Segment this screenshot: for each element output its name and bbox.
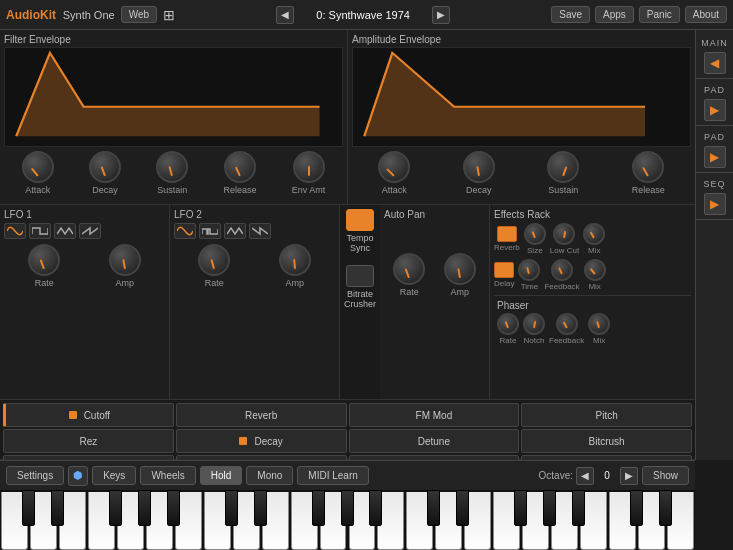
lfo1-square-btn[interactable] [29,223,51,239]
reverb-toggle[interactable] [497,226,517,242]
lfo2-amp-knob[interactable] [279,244,311,276]
lfo1-knobs: Rate Amp [4,244,165,288]
amp-release-knob[interactable] [632,151,664,183]
lfo2-pulse-btn[interactable] [199,223,221,239]
black-key[interactable] [514,490,527,526]
black-key[interactable] [341,490,354,526]
piano-wrapper [0,490,695,550]
reverb-size-knob[interactable] [524,223,546,245]
settings-button[interactable]: Settings [6,466,64,485]
pitch-mod-btn[interactable]: Pitch [521,403,692,427]
next-preset-button[interactable]: ▶ [432,6,450,24]
reverb-mod-btn[interactable]: Reverb [176,403,347,427]
amplitude-envelope-title: Amplitude Envelope [352,34,691,45]
bitcrush-mod-btn[interactable]: Bitcrush [521,429,692,453]
about-button[interactable]: About [685,6,727,23]
black-key[interactable] [572,490,585,526]
hold-button[interactable]: Hold [200,466,243,485]
lfo1-triangle-btn[interactable] [54,223,76,239]
display-icon[interactable]: ⊞ [163,7,175,23]
black-key[interactable] [312,490,325,526]
amp-attack-knob[interactable] [378,151,410,183]
seq-arrow[interactable]: ▶ [704,193,726,215]
octave-next-button[interactable]: ▶ [620,467,638,485]
black-key[interactable] [456,490,469,526]
delay-toggle[interactable] [494,262,514,278]
filter-release-knob[interactable] [224,151,256,183]
prev-preset-button[interactable]: ◀ [276,6,294,24]
lfo1-saw-btn[interactable] [79,223,101,239]
autopan-amp-group: Amp [444,253,476,297]
right-panel: MAIN ◀ PAD ▶ PAD ▶ SEQ ▶ [695,30,733,460]
show-button[interactable]: Show [642,466,689,485]
decay-mod-btn[interactable]: Decay [176,429,347,453]
amplitude-envelope-knobs: Attack Decay Sustain [352,151,691,195]
bottom-bar: Settings ⬢ Keys Wheels Hold Mono MIDI Le… [0,460,695,490]
fmmod-mod-btn[interactable]: FM Mod [349,403,520,427]
phaser-feedback-knob[interactable] [556,313,578,335]
rez-mod-btn[interactable]: Rez [3,429,174,453]
delay-time-knob[interactable] [518,259,540,281]
detune-mod-btn[interactable]: Detune [349,429,520,453]
apps-button[interactable]: Apps [595,6,634,23]
black-key[interactable] [369,490,382,526]
cutoff-mod-btn[interactable]: Cutoff [3,403,174,427]
bluetooth-button[interactable]: ⬢ [68,466,88,486]
tempo-sync-btn[interactable] [346,209,374,231]
pad-arrow-1[interactable]: ▶ [704,99,726,121]
phaser-notch-knob[interactable] [523,313,545,335]
header: AudioKit Synth One Web ⊞ ◀ 0: Synthwave … [0,0,733,30]
amp-sustain-knob[interactable] [547,151,579,183]
web-button[interactable]: Web [121,6,157,23]
filter-decay-knob[interactable] [89,151,121,183]
black-key[interactable] [138,490,151,526]
middle-row: LFO 1 [0,205,695,400]
amp-sustain-group: Sustain [547,151,579,195]
reverb-mix-knob[interactable] [583,223,605,245]
delay-feedback-knob[interactable] [551,259,573,281]
pad-arrow-2[interactable]: ▶ [704,146,726,168]
amp-decay-knob[interactable] [463,151,495,183]
lfo2-knobs: Rate Amp [174,244,335,288]
lfo2-triangle-btn[interactable] [224,223,246,239]
bitrate-crusher-btn[interactable] [346,265,374,287]
amplitude-envelope-svg [353,48,690,146]
filter-sustain-knob[interactable] [156,151,188,183]
filter-attack-knob[interactable] [22,151,54,183]
black-key[interactable] [659,490,672,526]
black-key[interactable] [254,490,267,526]
black-key[interactable] [225,490,238,526]
panic-button[interactable]: Panic [639,6,680,23]
black-key[interactable] [109,490,122,526]
filter-envamt-knob[interactable] [293,151,325,183]
midi-learn-button[interactable]: MIDI Learn [297,466,368,485]
reverb-lowcut-knob[interactable] [553,223,575,245]
lfo2-rate-knob[interactable] [198,244,230,276]
black-key[interactable] [167,490,180,526]
lfo2-ramp-btn[interactable] [249,223,271,239]
app-logo: AudioKit Synth One [6,8,115,22]
save-button[interactable]: Save [551,6,590,23]
lfo1-amp-knob[interactable] [109,244,141,276]
autopan-amp-knob[interactable] [444,253,476,285]
lfo2-sine-btn[interactable] [174,223,196,239]
black-key[interactable] [51,490,64,526]
lfo1-sine-btn[interactable] [4,223,26,239]
octave-prev-button[interactable]: ◀ [576,467,594,485]
black-key[interactable] [630,490,643,526]
autopan-rate-label: Rate [400,287,419,297]
autopan-rate-knob[interactable] [393,253,425,285]
delay-mix-col: Mix [584,259,606,291]
lfo1-rate-knob[interactable] [28,244,60,276]
phaser-rate-knob[interactable] [497,313,519,335]
black-key[interactable] [543,490,556,526]
filter-sustain-label: Sustain [157,185,187,195]
main-arrow[interactable]: ◀ [704,52,726,74]
phaser-mix-knob[interactable] [588,313,610,335]
wheels-button[interactable]: Wheels [140,466,195,485]
black-key[interactable] [22,490,35,526]
black-key[interactable] [427,490,440,526]
mono-button[interactable]: Mono [246,466,293,485]
keys-button[interactable]: Keys [92,466,136,485]
delay-mix-knob[interactable] [584,259,606,281]
